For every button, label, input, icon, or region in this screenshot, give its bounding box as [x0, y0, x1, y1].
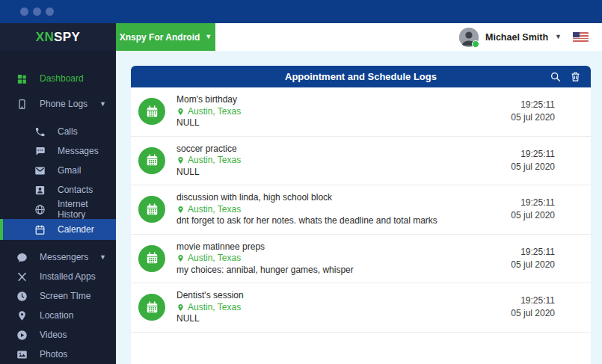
- appointment-row: movie matinnee preps Austin, Texas my ch…: [131, 235, 591, 284]
- logo-text-secondary: SPY: [54, 30, 80, 45]
- location-pin-icon: [176, 108, 185, 116]
- sidebar-item-label: Calender: [58, 224, 94, 235]
- sidebar-item-label: Photos: [40, 349, 67, 360]
- chevron-down-icon: ▼: [99, 101, 106, 108]
- messenger-icon: [16, 252, 28, 263]
- appointment-row: discussion with linda, high school block…: [131, 185, 591, 235]
- location-pin-icon: [176, 156, 185, 164]
- sidebar-item-messengers[interactable]: Messengers ▼: [0, 247, 116, 267]
- sidebar-item-label: Screen TIme: [40, 291, 90, 301]
- sidebar-item-label: Calls: [58, 126, 78, 137]
- logo-text-primary: XN: [36, 30, 54, 45]
- dashboard-grid-icon: [16, 73, 28, 84]
- window-control-dot[interactable]: [46, 7, 54, 16]
- sidebar-item-messages[interactable]: Messages: [0, 141, 116, 161]
- trash-icon[interactable]: [570, 71, 581, 82]
- event-location: Austin, Texas: [188, 302, 241, 314]
- location-pin-icon: [176, 206, 185, 214]
- event-note: NULL: [176, 117, 500, 129]
- sidebar-item-photos[interactable]: Photos: [0, 345, 116, 364]
- event-time: 19:25:11: [511, 294, 555, 307]
- event-title: discussion with linda, high school block: [176, 192, 500, 204]
- calendar-event-icon: [138, 98, 165, 125]
- app-header: XNSPY Xnspy For Android ▼ Michael Smith …: [0, 23, 602, 51]
- event-location: Austin, Texas: [188, 106, 241, 118]
- sidebar-nav: Dashboard Phone Logs ▼ Calls Messages Gm…: [0, 51, 116, 364]
- location-pin-icon: [176, 303, 185, 312]
- user-name[interactable]: Michael Smith: [485, 32, 548, 43]
- sidebar-item-label: Gmail: [58, 165, 81, 176]
- calendar-event-icon: [138, 294, 165, 321]
- window-control-dot[interactable]: [33, 7, 41, 16]
- globe-icon: [34, 204, 46, 215]
- event-note: NULL: [176, 313, 500, 325]
- appointment-row: Dentist's session Austin, Texas NULL 19:…: [131, 283, 591, 333]
- sidebar-item-label: Location: [40, 310, 73, 321]
- content-area: Appointment and Schedule Logs: [116, 51, 602, 364]
- event-time: 19:25:11: [511, 246, 555, 259]
- event-title: soccer practice: [176, 144, 500, 155]
- window-titlebar: [0, 0, 602, 23]
- location-pin-icon: [176, 254, 185, 262]
- sidebar-item-label: Dashboard: [40, 73, 84, 84]
- sidebar-item-calls[interactable]: Calls: [0, 122, 116, 141]
- appointment-row: soccer practice Austin, Texas NULL 19:25…: [131, 137, 591, 186]
- event-title: Dentist's session: [176, 290, 500, 302]
- event-location: Austin, Texas: [188, 253, 241, 265]
- sidebar-item-internet-history[interactable]: Internet History: [0, 200, 116, 219]
- event-date: 05 jul 2020: [511, 209, 555, 222]
- sidebar-item-label: Contacts: [58, 185, 93, 195]
- sidebar-item-label: Messages: [58, 146, 99, 156]
- sidebar-item-label: Installed Apps: [40, 271, 96, 282]
- event-date: 05 jul 2020: [511, 111, 555, 124]
- contact-icon: [34, 185, 46, 196]
- event-date: 05 jul 2020: [511, 161, 555, 173]
- window-control-dot[interactable]: [20, 7, 28, 16]
- search-icon[interactable]: [550, 71, 562, 83]
- event-note: dnt forget to ask for her notes. whats t…: [176, 215, 500, 227]
- phone-icon: [16, 99, 28, 110]
- sidebar-item-installed-apps[interactable]: Installed Apps: [0, 267, 116, 286]
- video-icon: [16, 330, 28, 341]
- us-flag-icon[interactable]: [573, 32, 589, 42]
- event-title: movie matinnee preps: [176, 241, 500, 253]
- device-selector-dropdown[interactable]: Xnspy For Android ▼: [116, 23, 215, 51]
- chevron-down-icon: ▼: [99, 254, 106, 261]
- sidebar-item-gmail[interactable]: Gmail: [0, 161, 116, 180]
- sidebar-item-label: Videos: [40, 330, 67, 340]
- sidebar-item-phone-logs[interactable]: Phone Logs ▼: [0, 94, 116, 114]
- page-title: Appointment and Schedule Logs: [131, 71, 591, 82]
- event-time: 19:25:11: [511, 148, 555, 161]
- xnspy-logo[interactable]: XNSPY: [0, 23, 116, 51]
- header-actions: [550, 66, 581, 87]
- event-location: Austin, Texas: [188, 155, 241, 167]
- appointment-row: Mom's birthday Austin, Texas NULL 19:25:…: [131, 87, 591, 137]
- pin-icon: [16, 310, 28, 321]
- user-strip: Michael Smith ▼: [215, 23, 602, 51]
- chevron-down-icon: ▼: [205, 34, 212, 40]
- event-date: 05 jul 2020: [511, 259, 555, 271]
- sidebar-item-contacts[interactable]: Contacts: [0, 180, 116, 200]
- appointments-card: Appointment and Schedule Logs: [131, 66, 591, 364]
- sidebar-item-label: Messengers: [40, 252, 88, 262]
- sidebar-item-location[interactable]: Location: [0, 306, 116, 325]
- sidebar-item-videos[interactable]: Videos: [0, 325, 116, 345]
- sidebar-item-screen-time[interactable]: Screen TIme: [0, 286, 116, 306]
- event-location: Austin, Texas: [188, 204, 241, 216]
- calendar-event-icon: [138, 147, 165, 174]
- user-menu[interactable]: [459, 28, 479, 47]
- calendar-icon: [34, 224, 46, 235]
- event-note: NULL: [176, 167, 500, 179]
- online-status-dot: [472, 40, 479, 48]
- card-header: Appointment and Schedule Logs: [131, 66, 591, 87]
- chevron-down-icon: ▼: [555, 34, 562, 40]
- sidebar-item-label: Internet History: [58, 199, 116, 220]
- calendar-event-icon: [138, 245, 165, 272]
- event-time: 19:25:11: [511, 197, 555, 209]
- device-selector-label: Xnspy For Android: [120, 32, 200, 43]
- calendar-event-icon: [138, 196, 165, 223]
- photo-icon: [16, 349, 28, 360]
- event-date: 05 jul 2020: [511, 307, 555, 320]
- sidebar-item-calender[interactable]: Calender: [0, 219, 116, 240]
- sidebar-item-dashboard[interactable]: Dashboard: [0, 69, 116, 88]
